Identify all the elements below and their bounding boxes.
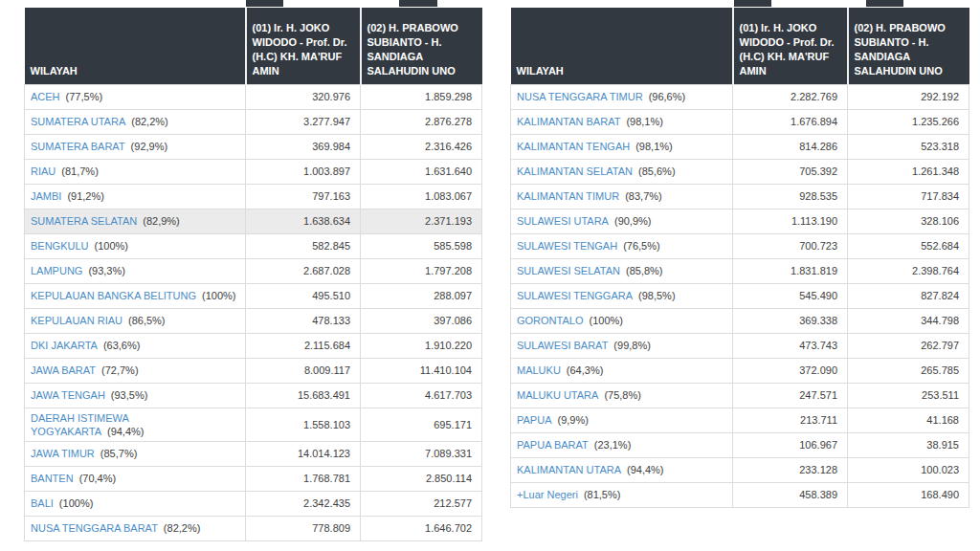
region-link[interactable]: RIAU — [31, 165, 56, 177]
votes-jokowi-cell: 700.723 — [733, 233, 848, 258]
region-link[interactable]: BALI — [31, 497, 54, 509]
region-link[interactable]: BENGKULU — [31, 240, 89, 252]
votes-jokowi-cell: 1.676.894 — [733, 109, 848, 134]
votes-jokowi-cell: 233.128 — [733, 457, 848, 482]
votes-prabowo-cell: 2.876.278 — [361, 109, 482, 134]
region-cell: KALIMANTAN TIMUR(83,7%) — [511, 184, 733, 209]
region-link[interactable]: SUMATERA UTARA — [31, 116, 125, 127]
region-link[interactable]: KALIMANTAN UTARA — [517, 464, 621, 475]
votes-jokowi-cell: 247.571 — [733, 383, 848, 408]
region-link[interactable]: SULAWESI SELATAN — [517, 265, 620, 276]
col-header-candidate-01: (01) Ir. H. JOKO WIDODO - Prof. Dr. (H.C… — [733, 8, 848, 84]
table-row: JAWA TIMUR(85,7%) 14.014.123 7.089.331 — [25, 441, 482, 466]
region-cell: SULAWESI TENGGARA(98,5%) — [511, 283, 733, 308]
election-results-page: WILAYAH (01) Ir. H. JOKO WIDODO - Prof. … — [0, 0, 980, 551]
region-link[interactable]: KALIMANTAN TENGAH — [517, 141, 630, 152]
table-row: KALIMANTAN SELATAN(85,6%) 705.392 1.261.… — [511, 159, 969, 184]
region-link[interactable]: SULAWESI TENGGARA — [517, 290, 633, 301]
region-cell: KALIMANTAN BARAT(98,1%) — [511, 109, 733, 134]
region-cell: RIAU(81,7%) — [25, 159, 246, 184]
region-link[interactable]: ACEH — [31, 91, 60, 102]
table-row: KALIMANTAN TIMUR(83,7%) 928.535 717.834 — [511, 184, 969, 209]
region-link[interactable]: JAWA TIMUR — [31, 448, 95, 459]
votes-prabowo-cell: 827.824 — [848, 283, 969, 308]
region-link[interactable]: DKI JAKARTA — [31, 340, 98, 351]
region-pct: (93,3%) — [88, 265, 125, 276]
cropped-ui-artifact — [734, 0, 771, 7]
region-link[interactable]: KALIMANTAN TIMUR — [517, 190, 619, 202]
region-link[interactable]: SULAWESI BARAT — [517, 340, 608, 351]
region-cell: DKI JAKARTA(63,6%) — [25, 333, 246, 358]
region-link[interactable]: PAPUA — [517, 414, 551, 426]
region-link[interactable]: SUMATERA BARAT — [31, 141, 125, 152]
region-cell: KALIMANTAN TENGAH(98,1%) — [511, 134, 733, 159]
votes-prabowo-cell: 7.089.331 — [361, 441, 482, 466]
cropped-ui-artifact — [399, 0, 437, 7]
region-link[interactable]: NUSA TENGGARA BARAT — [31, 522, 158, 534]
region-link[interactable]: SUMATERA SELATAN — [31, 215, 137, 227]
col-header-wilayah: WILAYAH — [511, 8, 733, 84]
votes-prabowo-cell: 552.684 — [848, 233, 969, 258]
region-link[interactable]: SULAWESI UTARA — [517, 215, 609, 227]
table-row: PAPUA(9,9%) 213.711 41.168 — [511, 408, 969, 432]
votes-prabowo-cell: 523.318 — [848, 134, 969, 159]
region-link[interactable]: KALIMANTAN SELATAN — [517, 165, 633, 177]
region-pct: (23,1%) — [594, 439, 632, 451]
region-cell: SULAWESI TENGAH(76,5%) — [511, 233, 733, 258]
region-link[interactable]: MALUKU UTARA — [517, 389, 598, 401]
votes-jokowi-cell: 1.558.103 — [246, 408, 361, 441]
table-row: DAERAH ISTIMEWA YOGYAKARTA(94,4%) 1.558.… — [25, 408, 482, 441]
region-pct: (85,6%) — [638, 165, 676, 177]
region-link[interactable]: JAWA BARAT — [31, 364, 96, 376]
table-row: KEPULAUAN BANGKA BELITUNG(100%) 495.510 … — [25, 283, 482, 308]
region-link[interactable]: BANTEN — [31, 473, 74, 484]
table-row: SULAWESI TENGAH(76,5%) 700.723 552.684 — [511, 233, 969, 258]
table-body-right: NUSA TENGGARA TIMUR(96,6%) 2.282.769 292… — [511, 84, 969, 507]
region-link[interactable]: JAWA TENGAH — [31, 389, 105, 401]
region-pct: (94,4%) — [627, 464, 664, 475]
region-link[interactable]: MALUKU — [517, 364, 561, 376]
region-link[interactable]: SULAWESI TENGAH — [517, 240, 617, 252]
votes-prabowo-cell: 265.785 — [848, 358, 969, 383]
votes-jokowi-cell: 213.711 — [733, 408, 848, 432]
votes-jokowi-cell: 1.831.819 — [733, 258, 848, 283]
region-cell: GORONTALO(100%) — [511, 308, 733, 333]
votes-jokowi-cell: 2.342.435 — [246, 491, 361, 516]
votes-prabowo-cell: 292.192 — [848, 84, 969, 109]
region-link[interactable]: JAMBI — [31, 190, 61, 202]
region-link[interactable]: PAPUA BARAT — [517, 439, 589, 451]
votes-jokowi-cell: 8.009.117 — [246, 358, 361, 383]
region-pct: (82,9%) — [143, 215, 180, 227]
table-row: JAWA BARAT(72,7%) 8.009.117 11.410.104 — [25, 358, 482, 383]
region-cell: BANTEN(70,4%) — [25, 466, 246, 491]
votes-prabowo-cell: 41.168 — [848, 408, 969, 432]
region-link[interactable]: NUSA TENGGARA TIMUR — [517, 91, 643, 102]
region-cell: +Luar Negeri(81,5%) — [511, 482, 733, 507]
header-row: WILAYAH (01) Ir. H. JOKO WIDODO - Prof. … — [511, 8, 969, 84]
votes-prabowo-cell: 100.023 — [848, 457, 969, 482]
region-link[interactable]: GORONTALO — [517, 315, 583, 326]
region-link[interactable]: LAMPUNG — [31, 265, 82, 276]
region-pct: (93,5%) — [111, 389, 148, 401]
region-cell: KEPULAUAN RIAU(86,5%) — [25, 308, 246, 333]
cropped-ui-artifact — [246, 0, 283, 7]
votes-jokowi-cell: 2.282.769 — [733, 84, 848, 109]
results-table-right: WILAYAH (01) Ir. H. JOKO WIDODO - Prof. … — [510, 8, 969, 508]
region-link[interactable]: KEPULAUAN RIAU — [31, 315, 122, 326]
table-row: +Luar Negeri(81,5%) 458.389 168.490 — [511, 482, 969, 507]
region-pct: (82,2%) — [164, 522, 201, 534]
region-cell: NUSA TENGGARA TIMUR(96,6%) — [511, 84, 733, 109]
votes-jokowi-cell: 814.286 — [733, 134, 848, 159]
region-pct: (83,7%) — [625, 190, 662, 202]
votes-jokowi-cell: 545.490 — [733, 283, 848, 308]
region-cell: SUMATERA BARAT(92,9%) — [25, 134, 246, 159]
region-link[interactable]: KALIMANTAN BARAT — [517, 116, 620, 127]
votes-jokowi-cell: 928.535 — [733, 184, 848, 209]
table-header: WILAYAH (01) Ir. H. JOKO WIDODO - Prof. … — [511, 8, 969, 84]
region-link[interactable]: KEPULAUAN BANGKA BELITUNG — [31, 290, 196, 301]
votes-prabowo-cell: 328.106 — [848, 209, 969, 233]
region-pct: (98,1%) — [635, 141, 673, 152]
region-link[interactable]: +Luar Negeri — [517, 489, 578, 500]
region-pct: (100%) — [95, 240, 128, 252]
votes-prabowo-cell: 2.316.426 — [361, 134, 482, 159]
